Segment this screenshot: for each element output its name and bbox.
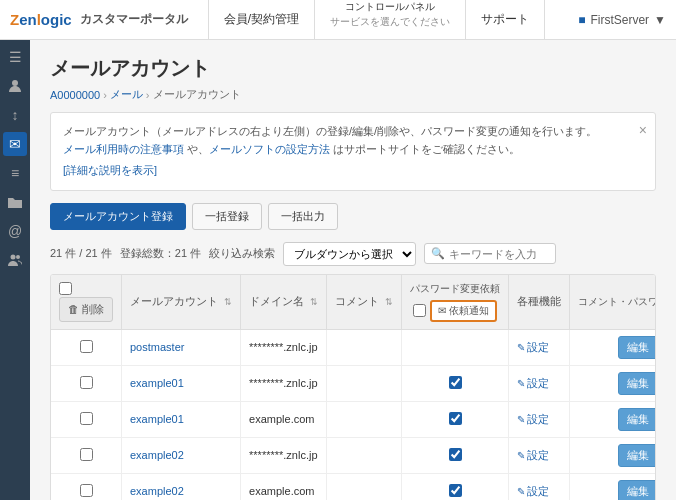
svg-point-0 [12, 80, 18, 86]
settings-link[interactable]: 設定 [517, 412, 561, 427]
mail-small-icon: ✉ [438, 305, 446, 316]
dropdown-icon[interactable]: ▼ [654, 13, 666, 27]
table-row: example02example.com設定編集 [51, 473, 656, 500]
sidebar-list-icon[interactable]: ≡ [3, 161, 27, 185]
th-mail-account[interactable]: メールアカウント ⇅ [122, 275, 241, 330]
sidebar-mail-icon[interactable]: ✉ [3, 132, 27, 156]
settings-cell: 設定 [509, 401, 570, 437]
search-icon: 🔍 [431, 247, 445, 260]
header: Zenlogic カスタマーポータル 会員/契約管理 コントロールパネル サービ… [0, 0, 676, 40]
table-row: example01********.znlc.jp設定編集 [51, 365, 656, 401]
edit-cell: 編集 [570, 401, 656, 437]
table-row: example02********.znlc.jp設定編集 [51, 437, 656, 473]
th-settings: 各種機能 [509, 275, 570, 330]
nav-item-control[interactable]: コントロールパネル サービスを選んでください [315, 0, 466, 40]
sort-icon-mail: ⇅ [224, 297, 232, 307]
row-checkbox[interactable] [80, 484, 93, 497]
row-checkbox[interactable] [80, 376, 93, 389]
row-checkbox[interactable] [80, 412, 93, 425]
trash-icon: 🗑 [68, 303, 79, 315]
close-icon[interactable]: × [639, 119, 647, 141]
comment-cell [327, 365, 402, 401]
breadcrumb: A0000000 › メール › メールアカウント [50, 87, 656, 102]
sidebar-users-icon[interactable] [3, 248, 27, 272]
pw-select-all-checkbox[interactable] [413, 304, 426, 317]
edit-cell: 編集 [570, 329, 656, 365]
export-button[interactable]: 一括出力 [268, 203, 338, 230]
narrow-label: 絞り込み検索 [209, 246, 275, 261]
search-input[interactable] [449, 248, 549, 260]
pw-checkbox[interactable] [449, 448, 462, 461]
sidebar-at-icon[interactable]: @ [3, 219, 27, 243]
logo: Zenlogic カスタマーポータル [10, 11, 188, 28]
th-domain[interactable]: ドメイン名 ⇅ [241, 275, 327, 330]
sidebar-menu-icon[interactable]: ☰ [3, 45, 27, 69]
settings-link[interactable]: 設定 [517, 448, 561, 463]
row-checkbox[interactable] [80, 448, 93, 461]
comment-cell [327, 401, 402, 437]
edit-button[interactable]: 編集 [618, 444, 656, 467]
settings-link[interactable]: 設定 [517, 340, 561, 355]
server-name: FirstServer [590, 13, 649, 27]
sidebar-folder-icon[interactable] [3, 190, 27, 214]
filter-bar: 21 件 / 21 件 登録総数：21 件 絞り込み検索 ブルダウンから選択 🔍 [50, 242, 656, 266]
edit-button[interactable]: 編集 [618, 336, 656, 359]
settings-cell: 設定 [509, 329, 570, 365]
pw-checkbox[interactable] [449, 412, 462, 425]
th-comment[interactable]: コメント ⇅ [327, 275, 402, 330]
sidebar-person-icon[interactable] [3, 74, 27, 98]
edit-button[interactable]: 編集 [618, 408, 656, 431]
domain-cell: ********.znlc.jp [241, 437, 327, 473]
mail-table: 🗑 削除 メールアカウント ⇅ ドメイン名 ⇅ [50, 274, 656, 500]
pw-checkbox[interactable] [449, 376, 462, 389]
th-password: パスワード変更依頼 ✉ 依頼通知 [402, 275, 509, 330]
domain-cell: example.com [241, 473, 327, 500]
edit-cell: 編集 [570, 473, 656, 500]
pw-checkbox-cell [402, 437, 509, 473]
info-box: × メールアカウント（メールアドレスの右より左側）の登録/編集/削除や、パスワー… [50, 112, 656, 191]
header-right: ■ FirstServer ▼ [578, 13, 666, 27]
settings-link[interactable]: 設定 [517, 376, 561, 391]
bulk-register-button[interactable]: 一括登録 [192, 203, 262, 230]
notify-button[interactable]: ✉ 依頼通知 [430, 300, 497, 322]
svg-point-2 [16, 255, 20, 259]
edit-cell: 編集 [570, 365, 656, 401]
th-checkbox: 🗑 削除 [51, 275, 122, 330]
pw-checkbox-cell [402, 329, 509, 365]
edit-button[interactable]: 編集 [618, 480, 656, 500]
sidebar-transfer-icon[interactable]: ↕ [3, 103, 27, 127]
domain-cell: ********.znlc.jp [241, 365, 327, 401]
logo-zen: Zenlogic [10, 11, 72, 28]
domain-cell: ********.znlc.jp [241, 329, 327, 365]
edit-button[interactable]: 編集 [618, 372, 656, 395]
detail-link[interactable]: [詳細な説明を表示] [63, 162, 157, 180]
pw-checkbox-cell [402, 365, 509, 401]
search-box: 🔍 [424, 243, 556, 264]
comment-cell [327, 473, 402, 500]
info-link1[interactable]: メール利用時の注意事項 [63, 143, 184, 155]
mail-account-cell: example02 [122, 437, 241, 473]
count-info: 21 件 / 21 件 [50, 246, 112, 261]
table-row: postmaster********.znlc.jp設定編集 [51, 329, 656, 365]
mail-account-cell: example01 [122, 401, 241, 437]
select-all-checkbox[interactable] [59, 282, 72, 295]
breadcrumb-mail[interactable]: メール [110, 87, 143, 102]
delete-button[interactable]: 🗑 削除 [59, 297, 113, 322]
server-icon: ■ [578, 13, 585, 27]
settings-cell: 設定 [509, 437, 570, 473]
breadcrumb-home[interactable]: A0000000 [50, 89, 100, 101]
nav-item-contract[interactable]: 会員/契約管理 [208, 0, 315, 40]
info-link2[interactable]: メールソフトの設定方法 [209, 143, 330, 155]
sort-icon-domain: ⇅ [310, 297, 318, 307]
register-button[interactable]: メールアカウント登録 [50, 203, 186, 230]
svg-point-1 [11, 255, 16, 260]
pw-checkbox[interactable] [449, 484, 462, 497]
sidebar: ☰ ↕ ✉ ≡ @ [0, 40, 30, 500]
domain-cell: example.com [241, 401, 327, 437]
sort-icon-comment: ⇅ [385, 297, 393, 307]
mail-account-cell: example02 [122, 473, 241, 500]
row-checkbox[interactable] [80, 340, 93, 353]
nav-item-support[interactable]: サポート [466, 0, 545, 40]
settings-link[interactable]: 設定 [517, 484, 561, 499]
filter-dropdown[interactable]: ブルダウンから選択 [283, 242, 416, 266]
